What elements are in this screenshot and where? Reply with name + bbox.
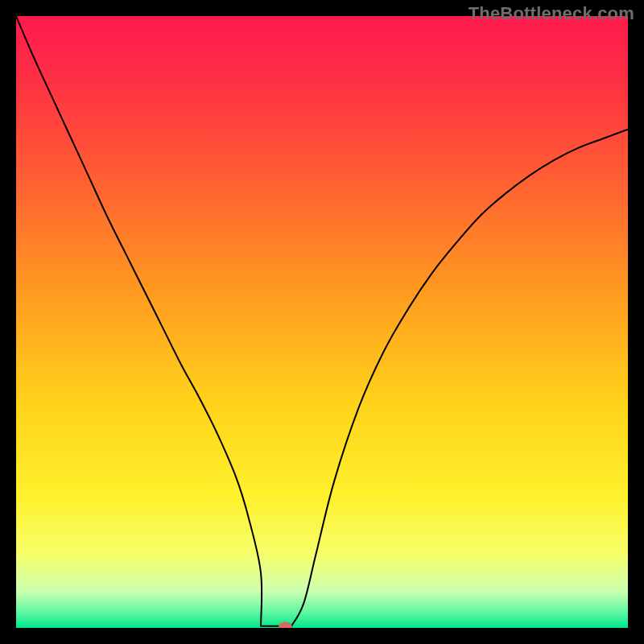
plot-background [16,16,628,628]
bottleneck-plot [16,16,628,628]
watermark-text: TheBottleneck.com [469,3,634,24]
